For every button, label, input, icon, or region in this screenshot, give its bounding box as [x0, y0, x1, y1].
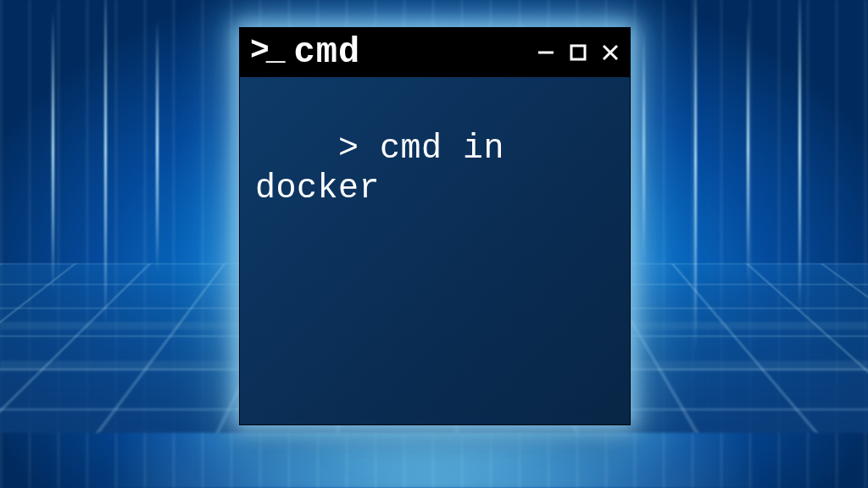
titlebar[interactable]: >_ cmd	[240, 28, 630, 77]
terminal-line: > cmd in docker	[255, 130, 526, 208]
terminal-window: >_ cmd > cmd in docker	[239, 27, 631, 425]
window-controls	[535, 42, 621, 64]
svg-rect-1	[571, 46, 585, 59]
maximize-icon[interactable]	[567, 42, 589, 64]
terminal-body[interactable]: > cmd in docker	[240, 77, 630, 424]
minimize-icon[interactable]	[535, 42, 557, 64]
close-icon[interactable]	[599, 42, 621, 64]
terminal-prompt-icon: >_	[250, 35, 282, 70]
command-text: cmd in docker	[255, 130, 526, 208]
window-title: cmd	[291, 32, 526, 73]
prompt-char: >	[338, 130, 359, 168]
